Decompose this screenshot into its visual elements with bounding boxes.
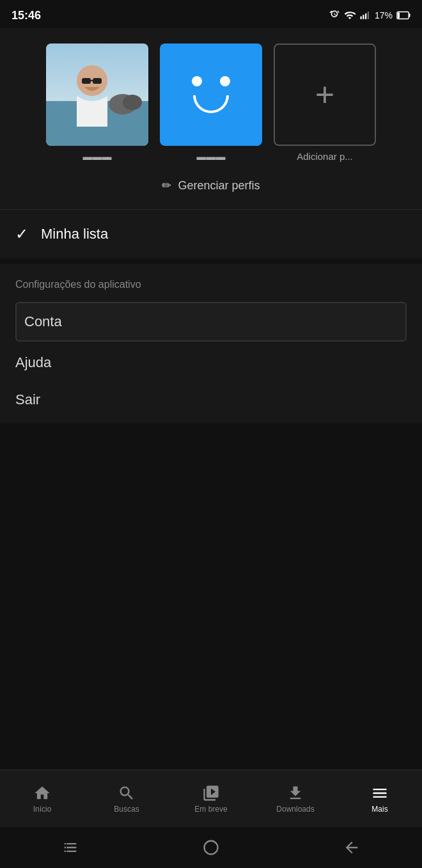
nav-label-embreve: Em breve [194,805,227,814]
search-icon [118,784,136,802]
svg-rect-6 [398,12,400,18]
svg-point-10 [123,95,142,110]
smiley-face [192,76,230,113]
nav-item-embreve[interactable]: Em breve [169,784,253,814]
settings-item-ajuda[interactable]: Ajuda [15,344,407,381]
nav-label-inicio: Início [33,805,52,814]
nav-item-buscas[interactable]: Buscas [84,784,169,814]
section-title: Configurações do aplicativo [15,279,407,290]
nav-label-downloads: Downloads [276,805,314,814]
svg-rect-3 [368,12,369,19]
profile-name-2: ▬▬▬ [197,151,226,162]
profile-avatar-2 [160,43,262,146]
profile-item-add[interactable]: + Adicionar p... [274,43,376,162]
pencil-icon: ✏ [162,178,171,193]
status-time: 15:46 [12,9,41,22]
svg-rect-0 [360,17,361,20]
android-recent-icon[interactable] [61,839,79,856]
plus-icon: + [315,78,334,111]
nav-label-mais: Mais [371,805,387,814]
svg-rect-12 [82,78,91,84]
app-settings-section: Configurações do aplicativo Conta Ajuda … [0,264,422,423]
bottom-nav: Início Buscas Em breve Downloads Mais [0,769,422,827]
smiley-mouth [193,95,229,113]
nav-item-mais[interactable]: Mais [338,784,422,814]
svg-rect-13 [93,78,102,84]
profile-avatar-1 [46,43,148,146]
status-icons: 17% [329,10,410,21]
download-icon [286,784,304,802]
profile-avatar-add: + [274,43,376,146]
android-home-icon[interactable] [202,839,220,856]
android-nav-bar [0,827,422,868]
settings-item-sair[interactable]: Sair [15,381,407,418]
alarm-icon [329,10,340,21]
smiley-eyes [192,76,230,86]
signal-icon [359,10,371,21]
svg-rect-2 [365,13,366,19]
svg-rect-5 [409,13,410,17]
profile-name-add: Adicionar p... [297,151,353,162]
manage-profiles-button[interactable]: ✏ Gerenciar perfis [149,172,272,199]
profile-item-2[interactable]: ▬▬▬ [160,43,262,162]
svg-point-15 [205,841,218,855]
nav-label-buscas: Buscas [114,805,139,814]
status-bar: 15:46 17% [0,0,422,28]
profile-name-1: ▬▬▬ [83,151,112,162]
profiles-section: ▬▬▬ ▬▬▬ + Adicionar p... [0,28,422,209]
my-list-row[interactable]: ✓ Minha lista [0,210,422,258]
my-list-label: Minha lista [41,226,108,242]
upcoming-icon [202,784,220,802]
battery-icon [396,11,410,20]
settings-item-conta[interactable]: Conta [15,302,407,342]
battery-text: 17% [375,10,393,20]
manage-profiles-label: Gerenciar perfis [178,179,260,193]
smiley-eye-right [220,76,230,86]
check-icon: ✓ [15,225,28,243]
nav-item-downloads[interactable]: Downloads [253,784,338,814]
android-back-icon[interactable] [343,839,361,856]
svg-rect-1 [363,15,364,19]
profiles-row: ▬▬▬ ▬▬▬ + Adicionar p... [46,43,376,162]
more-icon [371,784,389,802]
smiley-eye-left [192,76,202,86]
profile-item-1[interactable]: ▬▬▬ [46,43,148,162]
wifi-icon [344,10,356,21]
profile-photo [46,43,148,146]
nav-item-inicio[interactable]: Início [0,784,84,814]
section-divider [0,258,422,264]
home-icon [33,784,51,802]
